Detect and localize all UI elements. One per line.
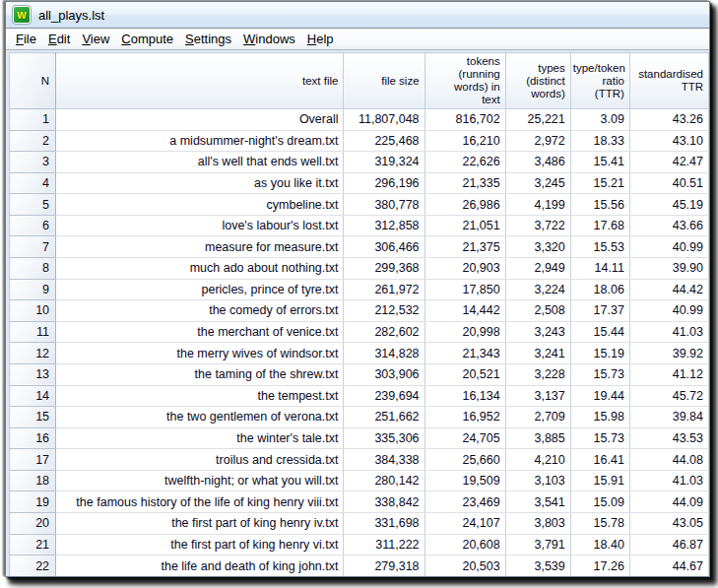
cell-types[interactable]: 3,245 bbox=[505, 172, 570, 194]
cell-sttr[interactable]: 39.84 bbox=[629, 407, 708, 428]
cell-file[interactable]: the famous history of the life of king h… bbox=[56, 491, 344, 513]
cell-file[interactable]: all's well that ends well.txt bbox=[56, 152, 344, 173]
cell-ttr[interactable]: 17.26 bbox=[570, 555, 629, 576]
cell-file[interactable]: the tempest.txt bbox=[56, 385, 344, 407]
row-number-cell[interactable]: 11 bbox=[10, 321, 56, 343]
cell-tokens[interactable]: 24,705 bbox=[424, 427, 505, 449]
column-header-size[interactable]: file size bbox=[344, 53, 424, 109]
cell-types[interactable]: 3,228 bbox=[505, 363, 570, 385]
cell-ttr[interactable]: 18.33 bbox=[570, 130, 629, 152]
cell-types[interactable]: 3,803 bbox=[505, 512, 570, 534]
cell-sttr[interactable]: 39.90 bbox=[629, 258, 708, 280]
cell-ttr[interactable]: 18.40 bbox=[570, 534, 629, 555]
cell-sttr[interactable]: 45.19 bbox=[629, 194, 708, 216]
row-number-cell[interactable]: 12 bbox=[10, 343, 56, 364]
cell-file[interactable]: the first part of king henry vi.txt bbox=[56, 534, 344, 555]
cell-file[interactable]: the comedy of errors.txt bbox=[56, 300, 344, 322]
row-number-cell[interactable]: 18 bbox=[10, 470, 56, 491]
cell-file[interactable]: a midsummer-night's dream.txt bbox=[56, 130, 344, 152]
menu-item-windows[interactable]: Windows bbox=[237, 30, 301, 48]
cell-size[interactable]: 280,142 bbox=[344, 470, 424, 491]
title-bar[interactable]: w all_plays.lst bbox=[6, 2, 709, 29]
row-number-cell[interactable]: 20 bbox=[10, 512, 56, 534]
cell-tokens[interactable]: 21,051 bbox=[424, 215, 505, 236]
cell-tokens[interactable]: 16,210 bbox=[424, 130, 505, 152]
cell-types[interactable]: 3,243 bbox=[505, 321, 570, 343]
cell-size[interactable]: 319,324 bbox=[344, 152, 424, 173]
cell-tokens[interactable]: 17,850 bbox=[424, 279, 505, 300]
row-number-cell[interactable]: 7 bbox=[10, 236, 56, 258]
cell-types[interactable]: 2,508 bbox=[505, 300, 570, 322]
column-header-types[interactable]: types (distinct words) bbox=[505, 53, 570, 109]
cell-ttr[interactable]: 15.56 bbox=[570, 194, 629, 216]
cell-tokens[interactable]: 14,442 bbox=[424, 300, 505, 322]
cell-size[interactable]: 279,318 bbox=[344, 555, 424, 576]
cell-size[interactable]: 306,466 bbox=[344, 236, 424, 258]
column-header-ttr[interactable]: type/token ratio (TTR) bbox=[570, 53, 629, 109]
row-number-cell[interactable]: 1 bbox=[10, 109, 56, 131]
cell-sttr[interactable]: 41.03 bbox=[629, 321, 708, 343]
cell-ttr[interactable]: 16.41 bbox=[570, 449, 629, 471]
cell-file[interactable]: love's labour's lost.txt bbox=[56, 215, 344, 236]
cell-sttr[interactable]: 43.10 bbox=[629, 130, 708, 152]
row-number-cell[interactable]: 4 bbox=[10, 172, 56, 194]
menu-item-file[interactable]: File bbox=[10, 30, 42, 48]
cell-types[interactable]: 3,224 bbox=[505, 279, 570, 300]
cell-types[interactable]: 3,722 bbox=[505, 215, 570, 236]
cell-types[interactable]: 4,210 bbox=[505, 449, 570, 471]
cell-tokens[interactable]: 20,503 bbox=[424, 555, 505, 576]
cell-sttr[interactable]: 45.72 bbox=[629, 385, 708, 407]
cell-sttr[interactable]: 43.53 bbox=[629, 427, 708, 449]
cell-tokens[interactable]: 20,521 bbox=[424, 363, 505, 385]
cell-ttr[interactable]: 15.41 bbox=[570, 152, 629, 173]
cell-ttr[interactable]: 14.11 bbox=[570, 258, 629, 280]
cell-ttr[interactable]: 15.73 bbox=[570, 363, 629, 385]
cell-tokens[interactable]: 21,375 bbox=[424, 236, 505, 258]
menu-item-compute[interactable]: Compute bbox=[115, 30, 179, 48]
cell-file[interactable]: the merry wives of windsor.txt bbox=[56, 343, 344, 364]
cell-tokens[interactable]: 26,986 bbox=[424, 194, 505, 216]
cell-types[interactable]: 3,241 bbox=[505, 343, 570, 364]
cell-types[interactable]: 25,221 bbox=[505, 109, 570, 131]
cell-ttr[interactable]: 3.09 bbox=[570, 109, 629, 131]
cell-sttr[interactable]: 44.09 bbox=[629, 491, 708, 513]
cell-size[interactable]: 331,698 bbox=[344, 512, 424, 534]
cell-file[interactable]: much ado about nothing.txt bbox=[56, 258, 344, 280]
cell-ttr[interactable]: 15.91 bbox=[570, 470, 629, 491]
cell-tokens[interactable]: 16,952 bbox=[424, 407, 505, 428]
cell-file[interactable]: Overall bbox=[56, 109, 344, 131]
cell-tokens[interactable]: 16,134 bbox=[424, 385, 505, 407]
cell-size[interactable]: 11,807,048 bbox=[344, 109, 424, 131]
cell-sttr[interactable]: 44.42 bbox=[629, 279, 708, 300]
cell-file[interactable]: measure for measure.txt bbox=[56, 236, 344, 258]
cell-sttr[interactable]: 44.08 bbox=[629, 449, 708, 471]
row-number-cell[interactable]: 17 bbox=[10, 449, 56, 471]
cell-types[interactable]: 4,199 bbox=[505, 194, 570, 216]
cell-types[interactable]: 3,103 bbox=[505, 470, 570, 491]
row-number-cell[interactable]: 3 bbox=[10, 152, 56, 173]
cell-tokens[interactable]: 23,469 bbox=[424, 491, 505, 513]
cell-file[interactable]: cymbeline.txt bbox=[56, 194, 344, 216]
cell-types[interactable]: 3,539 bbox=[505, 555, 570, 576]
cell-size[interactable]: 314,828 bbox=[344, 343, 424, 364]
cell-file[interactable]: as you like it.txt bbox=[56, 172, 344, 194]
cell-ttr[interactable]: 15.21 bbox=[570, 172, 629, 194]
cell-types[interactable]: 3,885 bbox=[505, 427, 570, 449]
cell-ttr[interactable]: 15.98 bbox=[570, 407, 629, 428]
cell-size[interactable]: 225,468 bbox=[344, 130, 424, 152]
row-number-cell[interactable]: 14 bbox=[10, 385, 56, 407]
cell-sttr[interactable]: 44.67 bbox=[629, 555, 708, 576]
menu-item-settings[interactable]: Settings bbox=[179, 30, 237, 48]
cell-file[interactable]: pericles, prince of tyre.txt bbox=[56, 279, 344, 300]
cell-file[interactable]: troilus and cressida.txt bbox=[56, 449, 344, 471]
cell-types[interactable]: 3,137 bbox=[505, 385, 570, 407]
cell-size[interactable]: 303,906 bbox=[344, 363, 424, 385]
cell-sttr[interactable]: 46.87 bbox=[629, 534, 708, 555]
cell-sttr[interactable]: 43.26 bbox=[629, 109, 708, 131]
cell-ttr[interactable]: 19.44 bbox=[570, 385, 629, 407]
row-number-cell[interactable]: 22 bbox=[10, 555, 56, 576]
cell-ttr[interactable]: 17.37 bbox=[570, 300, 629, 322]
column-header-sttr[interactable]: standardised TTR bbox=[629, 53, 708, 109]
cell-file[interactable]: the two gentlemen of verona.txt bbox=[56, 407, 344, 428]
cell-size[interactable]: 239,694 bbox=[344, 385, 424, 407]
